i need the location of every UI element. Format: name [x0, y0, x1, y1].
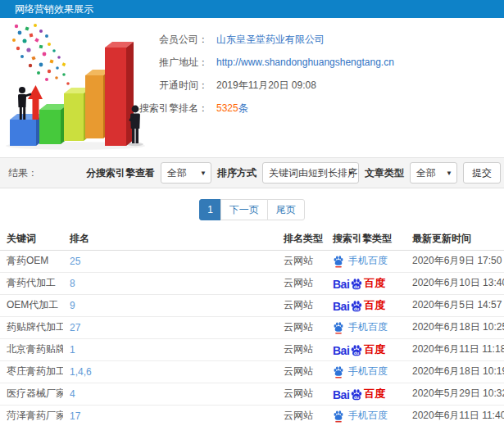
bar-green: [39, 104, 68, 144]
rank-link[interactable]: 17: [63, 405, 277, 426]
svg-text:du: du: [354, 350, 359, 355]
company-name-link[interactable]: 山东皇圣堂药业有限公司: [216, 33, 325, 47]
chevron-down-icon: ▼: [347, 163, 354, 184]
baidu-paw-icon: [333, 321, 344, 334]
rank-count-number: 5325: [216, 102, 238, 114]
engine-type-cell: Bai du 百度: [326, 338, 406, 360]
company-label: 会员公司：: [133, 33, 208, 47]
keyword-cell: OEM代加工: [0, 294, 63, 316]
baidu-logo-cn: 百度: [364, 298, 385, 313]
filter-bar: 结果： 分搜索引擎查看 全部 ▼ 排序方式 关键词由短到长排序 ▼ 文章类型 全…: [0, 157, 504, 188]
page-title-bar: 网络营销效果展示: [0, 0, 504, 18]
baidu-paw-icon: [333, 365, 344, 378]
article-type-select[interactable]: 全部 ▼: [410, 162, 457, 184]
engine-type-cell: Bai du 百度: [326, 294, 406, 316]
engine-type-cell: Bai du 百度: [326, 383, 406, 405]
mobile-baidu-label: 手机百度: [348, 320, 388, 334]
table-row: 医疗器械厂家 4 云网站 Bai du 百度: [0, 383, 504, 405]
updated-time-cell: 2020年6月18日 10:25: [406, 316, 504, 338]
baidu-logo-cn: 百度: [364, 342, 385, 357]
baidu-logo-bai: Bai: [333, 388, 349, 401]
rank-type-cell: 云网站: [277, 272, 326, 294]
rank-count-label: 搜索引擎排名：: [133, 102, 208, 116]
keyword-cell: 医疗器械厂家: [0, 383, 63, 405]
baidu-logo: Bai du 百度: [333, 387, 385, 401]
rank-link[interactable]: 8: [63, 272, 277, 294]
svg-text:du: du: [354, 283, 359, 288]
table-header-row: 关键词 排名 排名类型 搜索引擎类型 最新更新时间: [0, 228, 504, 250]
svg-text:du: du: [354, 394, 359, 399]
info-row-company: 会员公司： 山东皇圣堂药业有限公司: [133, 28, 394, 51]
chevron-down-icon: ▼: [200, 163, 207, 184]
baidu-logo-bai: Bai: [333, 344, 349, 357]
info-row-opened: 开通时间： 2019年11月20日 09:08: [133, 74, 394, 97]
rank-type-cell: 云网站: [277, 338, 326, 360]
rank-type-cell: 云网站: [277, 250, 326, 272]
open-time-label: 开通时间：: [133, 79, 208, 93]
table-row: OEM代加工 9 云网站 Bai du 百度: [0, 294, 504, 316]
last-page-button[interactable]: 尾页: [267, 199, 305, 220]
rank-count-value[interactable]: 5325条: [216, 102, 248, 116]
info-row-rank-count: 搜索引擎排名： 5325条: [133, 97, 394, 120]
engine-select-value: 全部: [167, 167, 187, 179]
mobile-baidu-label: 手机百度: [348, 365, 388, 378]
table-row: 北京膏药贴牌 1 云网站 Bai du 百度: [0, 338, 504, 360]
baidu-paw-icon: du: [350, 300, 363, 313]
col-header-rank-type: 排名类型: [277, 228, 326, 250]
chevron-down-icon: ▼: [446, 163, 452, 184]
results-table: 关键词 排名 排名类型 搜索引擎类型 最新更新时间 膏药OEM 25 云网站: [0, 228, 504, 426]
svg-text:du: du: [354, 306, 359, 310]
rank-link[interactable]: 27: [63, 316, 277, 338]
col-header-updated: 最新更新时间: [406, 228, 504, 250]
rank-link[interactable]: 25: [63, 250, 277, 272]
rank-type-cell: 云网站: [277, 383, 326, 405]
rank-type-cell: 云网站: [277, 316, 326, 338]
next-page-button[interactable]: 下一页: [220, 199, 268, 220]
keyword-cell: 膏药OEM: [0, 250, 63, 272]
keyword-cell: 膏药代加工: [0, 272, 63, 294]
rank-type-cell: 云网站: [277, 360, 326, 383]
engine-type-cell: 手机百度: [326, 360, 406, 383]
baidu-logo-bai: Bai: [333, 300, 349, 313]
baidu-paw-icon: du: [350, 344, 363, 357]
filter-controls: 分搜索引擎查看 全部 ▼ 排序方式 关键词由短到长排序 ▼ 文章类型 全部 ▼ …: [86, 162, 501, 184]
keyword-cell: 北京膏药贴牌: [0, 338, 63, 360]
engine-type-cell: 手机百度: [326, 405, 406, 426]
rank-type-cell: 云网站: [277, 294, 326, 316]
updated-time-cell: 2020年6月11日 11:40: [406, 405, 504, 426]
updated-time-cell: 2020年6月11日 11:18: [406, 338, 504, 360]
article-type-label: 文章类型: [365, 166, 404, 180]
rank-link[interactable]: 9: [63, 294, 277, 316]
promo-url-label: 推广地址：: [133, 56, 208, 70]
sort-select-value: 关键词由短到长排序: [269, 167, 357, 179]
mobile-baidu-logo: 手机百度: [333, 254, 388, 268]
page: 网络营销效果展示: [0, 0, 504, 426]
member-info: 会员公司： 山东皇圣堂药业有限公司 推广地址： http://www.shand…: [133, 28, 394, 120]
submit-button[interactable]: 提交: [463, 162, 501, 184]
updated-time-cell: 2020年6月5日 14:57: [406, 294, 504, 316]
engine-select[interactable]: 全部 ▼: [161, 162, 211, 184]
baidu-paw-icon: [333, 410, 344, 423]
sort-filter-label: 排序方式: [217, 166, 257, 180]
col-header-rank: 排名: [63, 228, 277, 250]
rank-link[interactable]: 1: [63, 338, 277, 360]
table-row: 菏泽膏药厂家 17 云网站 手机百度 20: [0, 405, 504, 426]
engine-filter-label: 分搜索引擎查看: [86, 166, 155, 180]
rank-link[interactable]: 1,4,6: [63, 360, 277, 383]
rank-count-suffix: 条: [238, 102, 248, 114]
pagination: 1 下一页 尾页: [199, 199, 305, 220]
page-1-button[interactable]: 1: [199, 199, 221, 220]
table-row: 枣庄膏药加工 1,4,6 云网站 手机百度: [0, 360, 504, 383]
mobile-baidu-label: 手机百度: [348, 254, 388, 268]
sort-select[interactable]: 关键词由短到长排序 ▼: [262, 162, 359, 184]
engine-type-cell: 手机百度: [326, 250, 406, 272]
engine-type-cell: Bai du 百度: [326, 272, 406, 294]
keyword-cell: 药贴牌代加工: [0, 316, 63, 338]
confetti-dots: [12, 24, 70, 85]
promo-url-link[interactable]: http://www.shandonghuangshengtang.cn: [216, 57, 394, 68]
baidu-logo-cn: 百度: [364, 387, 385, 401]
mobile-baidu-label: 手机百度: [348, 409, 388, 423]
col-header-engine-type: 搜索引擎类型: [326, 228, 406, 250]
rank-link[interactable]: 4: [63, 383, 277, 405]
baidu-logo: Bai du 百度: [333, 276, 385, 291]
